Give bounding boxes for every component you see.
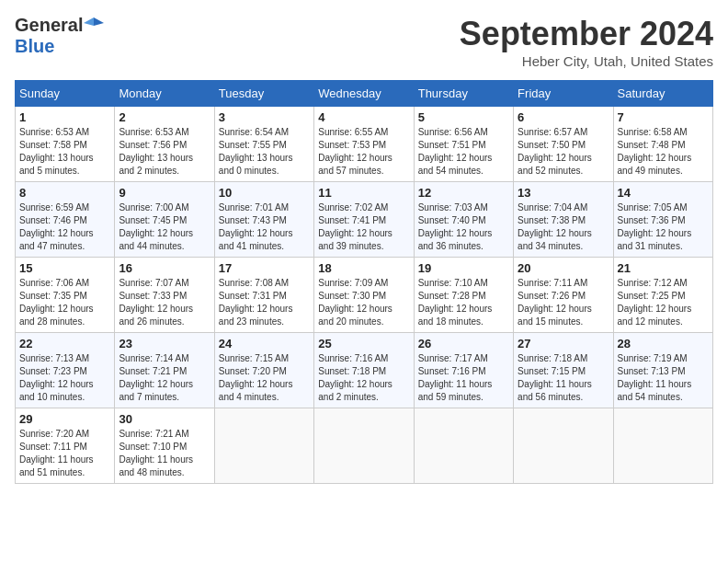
calendar-cell: 22Sunrise: 7:13 AMSunset: 7:23 PMDayligh… <box>16 333 115 408</box>
calendar-cell: 3Sunrise: 6:54 AMSunset: 7:55 PMDaylight… <box>214 107 313 182</box>
header-wednesday: Wednesday <box>314 81 414 107</box>
day-info: Sunrise: 7:10 AMSunset: 7:28 PMDaylight:… <box>418 277 509 328</box>
header-saturday: Saturday <box>613 81 712 107</box>
calendar-cell: 27Sunrise: 7:18 AMSunset: 7:15 PMDayligh… <box>514 333 613 408</box>
month-title: September 2024 <box>460 15 713 53</box>
day-info: Sunrise: 7:08 AMSunset: 7:31 PMDaylight:… <box>219 277 310 328</box>
calendar-cell <box>414 408 513 484</box>
calendar-week-row: 1Sunrise: 6:53 AMSunset: 7:58 PMDaylight… <box>16 107 713 182</box>
day-info: Sunrise: 7:00 AMSunset: 7:45 PMDaylight:… <box>119 201 210 253</box>
calendar-cell: 29Sunrise: 7:20 AMSunset: 7:11 PMDayligh… <box>16 408 115 484</box>
day-info: Sunrise: 7:05 AMSunset: 7:36 PMDaylight:… <box>618 201 709 253</box>
day-number: 7 <box>618 110 709 124</box>
day-info: Sunrise: 6:55 AMSunset: 7:53 PMDaylight:… <box>318 126 409 178</box>
day-info: Sunrise: 7:14 AMSunset: 7:21 PMDaylight:… <box>119 352 210 404</box>
day-number: 17 <box>219 261 310 275</box>
header-tuesday: Tuesday <box>214 81 313 107</box>
header-thursday: Thursday <box>414 81 513 107</box>
day-number: 23 <box>119 337 210 350</box>
day-number: 4 <box>318 110 409 124</box>
day-number: 24 <box>219 337 310 350</box>
svg-marker-0 <box>94 17 104 26</box>
calendar-cell: 7Sunrise: 6:58 AMSunset: 7:48 PMDaylight… <box>613 107 712 182</box>
day-number: 16 <box>119 261 210 275</box>
day-info: Sunrise: 7:16 AMSunset: 7:18 PMDaylight:… <box>318 352 409 404</box>
day-number: 18 <box>318 261 409 275</box>
calendar-table: Sunday Monday Tuesday Wednesday Thursday… <box>15 80 713 484</box>
day-info: Sunrise: 7:19 AMSunset: 7:13 PMDaylight:… <box>618 352 709 404</box>
day-info: Sunrise: 6:59 AMSunset: 7:46 PMDaylight:… <box>19 201 110 253</box>
calendar-cell: 21Sunrise: 7:12 AMSunset: 7:25 PMDayligh… <box>613 258 712 333</box>
day-info: Sunrise: 7:07 AMSunset: 7:33 PMDaylight:… <box>119 277 210 328</box>
calendar-cell: 9Sunrise: 7:00 AMSunset: 7:45 PMDaylight… <box>115 182 214 258</box>
day-number: 22 <box>19 337 110 350</box>
day-info: Sunrise: 6:54 AMSunset: 7:55 PMDaylight:… <box>219 126 310 178</box>
day-number: 1 <box>19 110 110 124</box>
calendar-cell: 20Sunrise: 7:11 AMSunset: 7:26 PMDayligh… <box>514 258 613 333</box>
calendar-cell <box>613 408 712 484</box>
day-number: 21 <box>618 261 709 275</box>
day-info: Sunrise: 6:53 AMSunset: 7:58 PMDaylight:… <box>19 126 110 178</box>
calendar-cell <box>514 408 613 484</box>
calendar-cell: 19Sunrise: 7:10 AMSunset: 7:28 PMDayligh… <box>414 258 513 333</box>
calendar-cell: 12Sunrise: 7:03 AMSunset: 7:40 PMDayligh… <box>414 182 513 258</box>
day-info: Sunrise: 7:03 AMSunset: 7:40 PMDaylight:… <box>418 201 509 253</box>
day-number: 28 <box>618 337 709 350</box>
day-number: 25 <box>318 337 409 350</box>
calendar-cell: 5Sunrise: 6:56 AMSunset: 7:51 PMDaylight… <box>414 107 513 182</box>
day-info: Sunrise: 7:21 AMSunset: 7:10 PMDaylight:… <box>119 428 210 479</box>
day-number: 15 <box>19 261 110 275</box>
calendar-cell: 24Sunrise: 7:15 AMSunset: 7:20 PMDayligh… <box>214 333 313 408</box>
header-sunday: Sunday <box>16 81 115 107</box>
calendar-cell: 15Sunrise: 7:06 AMSunset: 7:35 PMDayligh… <box>16 258 115 333</box>
day-number: 26 <box>418 337 509 350</box>
svg-marker-1 <box>84 17 94 26</box>
day-info: Sunrise: 7:06 AMSunset: 7:35 PMDaylight:… <box>19 277 110 328</box>
calendar-cell: 6Sunrise: 6:57 AMSunset: 7:50 PMDaylight… <box>514 107 613 182</box>
header-monday: Monday <box>115 81 214 107</box>
calendar-cell: 30Sunrise: 7:21 AMSunset: 7:10 PMDayligh… <box>115 408 214 484</box>
calendar-cell: 18Sunrise: 7:09 AMSunset: 7:30 PMDayligh… <box>314 258 414 333</box>
day-number: 13 <box>518 186 609 200</box>
logo: General Blue <box>15 15 105 57</box>
calendar-cell: 14Sunrise: 7:05 AMSunset: 7:36 PMDayligh… <box>613 182 712 258</box>
page-container: General Blue September 2024 Heber City, … <box>15 15 713 484</box>
day-number: 10 <box>219 186 310 200</box>
day-number: 20 <box>518 261 609 275</box>
calendar-week-row: 15Sunrise: 7:06 AMSunset: 7:35 PMDayligh… <box>16 258 713 333</box>
day-number: 14 <box>618 186 709 200</box>
calendar-week-row: 29Sunrise: 7:20 AMSunset: 7:11 PMDayligh… <box>16 408 713 484</box>
day-info: Sunrise: 7:15 AMSunset: 7:20 PMDaylight:… <box>219 352 310 404</box>
calendar-cell: 8Sunrise: 6:59 AMSunset: 7:46 PMDaylight… <box>16 182 115 258</box>
header: General Blue September 2024 Heber City, … <box>15 15 713 69</box>
logo-blue-text: Blue <box>15 36 54 56</box>
calendar-cell <box>214 408 313 484</box>
day-info: Sunrise: 7:17 AMSunset: 7:16 PMDaylight:… <box>418 352 509 404</box>
calendar-week-row: 22Sunrise: 7:13 AMSunset: 7:23 PMDayligh… <box>16 333 713 408</box>
day-info: Sunrise: 6:57 AMSunset: 7:50 PMDaylight:… <box>518 126 609 178</box>
calendar-cell: 1Sunrise: 6:53 AMSunset: 7:58 PMDaylight… <box>16 107 115 182</box>
calendar-cell: 26Sunrise: 7:17 AMSunset: 7:16 PMDayligh… <box>414 333 513 408</box>
day-number: 9 <box>119 186 210 200</box>
calendar-cell: 2Sunrise: 6:53 AMSunset: 7:56 PMDaylight… <box>115 107 214 182</box>
logo-bird-icon <box>84 16 104 36</box>
day-number: 29 <box>19 412 110 426</box>
day-info: Sunrise: 7:13 AMSunset: 7:23 PMDaylight:… <box>19 352 110 404</box>
day-number: 30 <box>119 412 210 426</box>
day-number: 11 <box>318 186 409 200</box>
calendar-cell: 13Sunrise: 7:04 AMSunset: 7:38 PMDayligh… <box>514 182 613 258</box>
day-number: 3 <box>219 110 310 124</box>
day-number: 6 <box>518 110 609 124</box>
calendar-cell <box>314 408 414 484</box>
logo-general-text: General <box>15 15 83 36</box>
day-info: Sunrise: 6:58 AMSunset: 7:48 PMDaylight:… <box>618 126 709 178</box>
day-number: 19 <box>418 261 509 275</box>
day-info: Sunrise: 7:01 AMSunset: 7:43 PMDaylight:… <box>219 201 310 253</box>
calendar-cell: 28Sunrise: 7:19 AMSunset: 7:13 PMDayligh… <box>613 333 712 408</box>
day-info: Sunrise: 7:11 AMSunset: 7:26 PMDaylight:… <box>518 277 609 328</box>
day-number: 2 <box>119 110 210 124</box>
calendar-cell: 17Sunrise: 7:08 AMSunset: 7:31 PMDayligh… <box>214 258 313 333</box>
day-info: Sunrise: 7:20 AMSunset: 7:11 PMDaylight:… <box>19 428 110 479</box>
day-info: Sunrise: 7:18 AMSunset: 7:15 PMDaylight:… <box>518 352 609 404</box>
day-number: 8 <box>19 186 110 200</box>
